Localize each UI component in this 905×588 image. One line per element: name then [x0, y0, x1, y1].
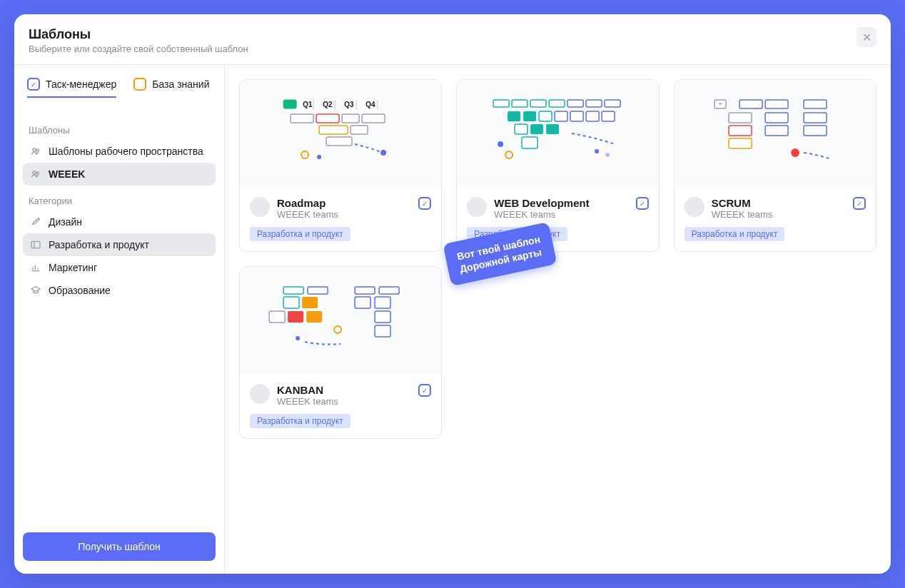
svg-rect-52: [729, 113, 752, 123]
svg-point-43: [497, 141, 503, 147]
svg-rect-67: [375, 297, 390, 308]
svg-rect-25: [493, 100, 509, 107]
svg-rect-68: [269, 311, 285, 323]
education-icon: [30, 285, 41, 296]
svg-rect-39: [515, 124, 527, 134]
card-body: KANBAN WEEEK teams ✓ Разработка и продук…: [240, 374, 441, 438]
card-header: Roadmap WEEEK teams ✓: [250, 197, 431, 220]
sidebar-item-design[interactable]: Дизайн: [23, 211, 216, 233]
sidebar-item-label: Разработка и продукт: [49, 239, 149, 250]
sidebar-item-label: WEEEK: [49, 168, 85, 180]
card-title: Roadmap: [277, 197, 411, 209]
modal-subtitle: Выберите или создайте свой собственный ш…: [29, 44, 248, 54]
svg-rect-62: [355, 287, 375, 294]
sidebar-item-workspace-templates[interactable]: Шаблоны рабочего пространства: [23, 140, 216, 163]
svg-point-0: [33, 148, 36, 151]
svg-rect-19: [319, 126, 348, 134]
svg-rect-55: [729, 126, 752, 136]
svg-point-3: [36, 172, 39, 174]
svg-point-59: [791, 148, 799, 157]
card-title: KANBAN: [277, 384, 411, 396]
sidebar-item-weeek[interactable]: WEEEK: [23, 163, 216, 186]
card-author: WEEEK teams: [277, 209, 411, 220]
kanban-preview-icon: [254, 281, 427, 360]
svg-rect-65: [302, 297, 318, 308]
card-preview: [240, 267, 441, 374]
modal-header: Шаблоны Выберите или создайте свой собст…: [14, 14, 891, 65]
svg-rect-70: [306, 311, 322, 323]
sidebar-item-label: Шаблоны рабочего пространства: [49, 146, 203, 157]
file-icon: [133, 78, 146, 91]
svg-rect-4: [31, 241, 40, 248]
svg-rect-71: [375, 311, 390, 323]
sidebar-item-label: Дизайн: [49, 216, 82, 228]
svg-rect-20: [350, 126, 368, 134]
sidebar-footer: Получить шаблон: [23, 521, 216, 561]
svg-rect-26: [512, 100, 527, 107]
svg-rect-42: [522, 137, 537, 148]
check-icon: ✓: [418, 384, 431, 397]
svg-text:Q3: Q3: [344, 101, 354, 108]
svg-point-45: [595, 149, 599, 153]
close-icon: ✕: [862, 31, 871, 44]
check-icon: ✓: [636, 197, 649, 210]
brush-icon: [30, 216, 41, 228]
svg-rect-35: [555, 111, 567, 121]
svg-rect-49: [739, 100, 762, 108]
section-label-categories: Категории: [23, 191, 216, 211]
scrum-preview-icon: +: [689, 94, 861, 173]
chart-icon: [30, 262, 41, 273]
section-label-templates: Шаблоны: [23, 121, 216, 140]
users-icon: [30, 146, 41, 157]
svg-rect-34: [539, 111, 552, 121]
svg-rect-50: [765, 100, 788, 108]
card-header: SCRUM WEEEK teams ✓: [684, 197, 866, 220]
svg-rect-16: [316, 114, 339, 123]
card-preview: Q1 Q2 Q3 Q4: [240, 80, 441, 187]
board-icon: [30, 239, 41, 250]
svg-rect-37: [586, 111, 599, 121]
get-template-button[interactable]: Получить шаблон: [23, 532, 216, 561]
card-header: WEB Development WEEEK teams ✓: [467, 197, 648, 220]
card-body: Roadmap WEEEK teams ✓ Разработка и проду…: [240, 187, 441, 251]
svg-text:Q2: Q2: [323, 101, 333, 108]
sidebar-item-development[interactable]: Разработка и продукт: [23, 233, 216, 256]
svg-rect-32: [507, 111, 520, 121]
template-card-scrum[interactable]: +: [674, 79, 876, 252]
tab-label: Таск-менеджер: [46, 78, 116, 90]
check-icon: ✓: [418, 197, 431, 210]
template-card-kanban[interactable]: KANBAN WEEEK teams ✓ Разработка и продук…: [239, 266, 442, 439]
close-button[interactable]: ✕: [856, 27, 876, 47]
modal-title: Шаблоны: [29, 27, 248, 42]
svg-rect-30: [586, 100, 602, 107]
template-grid: Q1 Q2 Q3 Q4: [239, 79, 876, 439]
card-author: WEEEK teams: [712, 209, 846, 220]
svg-rect-66: [355, 297, 370, 308]
svg-rect-27: [530, 100, 546, 107]
avatar: [250, 384, 270, 404]
svg-rect-72: [375, 325, 390, 337]
tabs: ✓ Таск-менеджер База знаний: [23, 78, 216, 98]
svg-rect-33: [523, 111, 536, 121]
template-card-roadmap[interactable]: Q1 Q2 Q3 Q4: [239, 79, 442, 252]
svg-rect-69: [288, 311, 303, 323]
tab-task-manager[interactable]: ✓ Таск-менеджер: [27, 78, 116, 98]
check-icon: ✓: [853, 197, 866, 210]
svg-point-44: [505, 151, 512, 158]
svg-rect-6: [283, 100, 296, 108]
template-card-web-development[interactable]: WEB Development WEEEK teams ✓ Разработка…: [456, 79, 659, 252]
card-body: SCRUM WEEEK teams ✓ Разработка и продукт: [674, 187, 876, 251]
category-tag: Разработка и продукт: [684, 227, 785, 241]
svg-rect-38: [602, 111, 615, 121]
check-circle-icon: ✓: [27, 78, 40, 91]
tab-knowledge-base[interactable]: База знаний: [133, 78, 209, 98]
svg-text:Q1: Q1: [303, 101, 313, 108]
svg-rect-58: [729, 138, 752, 148]
sidebar-item-education[interactable]: Образование: [23, 279, 216, 302]
svg-rect-57: [804, 126, 826, 136]
sidebar-item-marketing[interactable]: Маркетинг: [23, 256, 216, 279]
svg-rect-51: [804, 100, 826, 108]
card-title: SCRUM: [712, 197, 846, 209]
svg-rect-15: [290, 114, 313, 123]
svg-rect-28: [549, 100, 565, 107]
